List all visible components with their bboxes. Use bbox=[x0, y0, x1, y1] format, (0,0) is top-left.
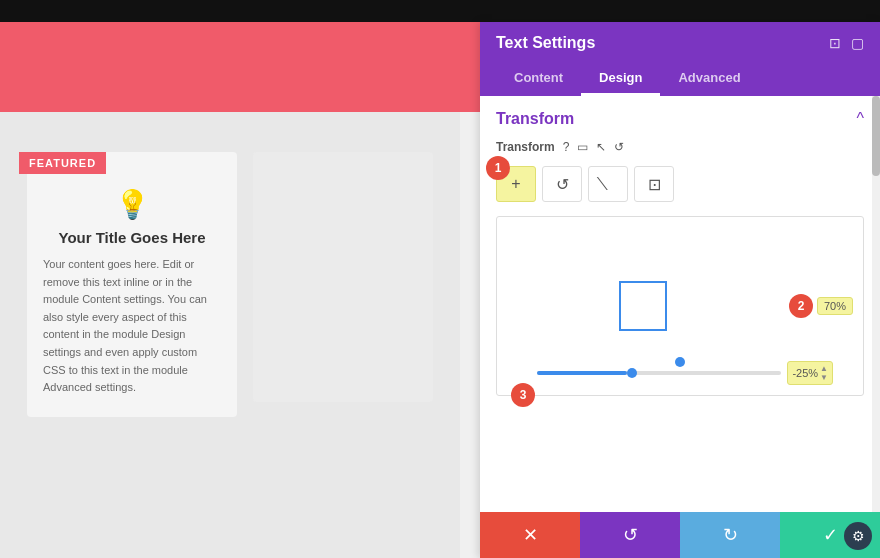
transform-btn-skew[interactable]: ⃥ bbox=[588, 166, 628, 202]
slider-arrows[interactable]: ▲ ▼ bbox=[820, 364, 828, 382]
slider-fill bbox=[537, 371, 627, 375]
panel-body: Transform ^ Transform ? ▭ ↖ ↺ 1 + ↺ ⃥ ⊡ … bbox=[480, 96, 880, 512]
transform-btn-scale[interactable]: ⊡ bbox=[634, 166, 674, 202]
card-placeholder bbox=[253, 152, 433, 402]
reset-icon[interactable]: ↺ bbox=[614, 140, 624, 154]
panel-header: Text Settings ⊡ ▢ Content Design Advance… bbox=[480, 22, 880, 96]
panel-title-row: Text Settings ⊡ ▢ bbox=[496, 34, 864, 52]
panel-tabs: Content Design Advanced bbox=[496, 62, 864, 96]
scrollbar-track bbox=[872, 96, 880, 512]
featured-badge: Featured bbox=[19, 152, 106, 174]
tab-design[interactable]: Design bbox=[581, 62, 660, 96]
settings-icon[interactable]: ⚙ bbox=[844, 522, 872, 550]
content-card: Featured 💡 Your Title Goes Here Your con… bbox=[27, 152, 237, 417]
collapse-icon[interactable]: ▢ bbox=[851, 35, 864, 51]
tooltip-70-percent: 70% bbox=[817, 297, 853, 315]
scrollbar-thumb[interactable] bbox=[872, 96, 880, 176]
badge-1: 1 bbox=[486, 156, 510, 180]
redo-button[interactable]: ↻ bbox=[680, 512, 780, 558]
canvas-element-box bbox=[619, 281, 667, 331]
badge-2: 2 bbox=[789, 294, 813, 318]
panel-title: Text Settings bbox=[496, 34, 595, 52]
transform-btn-rotate[interactable]: ↺ bbox=[542, 166, 582, 202]
slider-thumb[interactable] bbox=[627, 368, 637, 378]
slider-value-input[interactable]: -25% ▲ ▼ bbox=[787, 361, 833, 385]
card-title: Your Title Goes Here bbox=[43, 229, 221, 246]
card-icon: 💡 bbox=[43, 188, 221, 221]
section-toggle[interactable]: ^ bbox=[856, 110, 864, 128]
transform-canvas: 2 70% 3 -25% ▲ ▼ bbox=[496, 216, 864, 396]
transform-label: Transform bbox=[496, 140, 555, 154]
transform-buttons: 1 + ↺ ⃥ ⊡ bbox=[496, 166, 864, 202]
section-header: Transform ^ bbox=[496, 110, 864, 128]
tab-advanced[interactable]: Advanced bbox=[660, 62, 758, 96]
undo-button[interactable]: ↺ bbox=[580, 512, 680, 558]
settings-panel: Text Settings ⊡ ▢ Content Design Advance… bbox=[480, 22, 880, 558]
slider-value-text: -25% bbox=[792, 367, 818, 379]
panel-title-icons: ⊡ ▢ bbox=[829, 35, 864, 51]
cursor-icon[interactable]: ↖ bbox=[596, 140, 606, 154]
tab-content[interactable]: Content bbox=[496, 62, 581, 96]
slider-track bbox=[537, 371, 781, 375]
card-text: Your content goes here. Edit or remove t… bbox=[43, 256, 221, 397]
device-icon[interactable]: ▭ bbox=[577, 140, 588, 154]
fullscreen-icon[interactable]: ⊡ bbox=[829, 35, 841, 51]
canvas-area: Featured 💡 Your Title Goes Here Your con… bbox=[0, 112, 460, 558]
top-bar bbox=[0, 0, 880, 22]
transform-label-row: Transform ? ▭ ↖ ↺ bbox=[496, 140, 864, 154]
panel-footer: ✕ ↺ ↻ ✓ bbox=[480, 512, 880, 558]
help-icon[interactable]: ? bbox=[563, 140, 570, 154]
cancel-button[interactable]: ✕ bbox=[480, 512, 580, 558]
section-title: Transform bbox=[496, 110, 574, 128]
badge-3: 3 bbox=[511, 383, 535, 407]
